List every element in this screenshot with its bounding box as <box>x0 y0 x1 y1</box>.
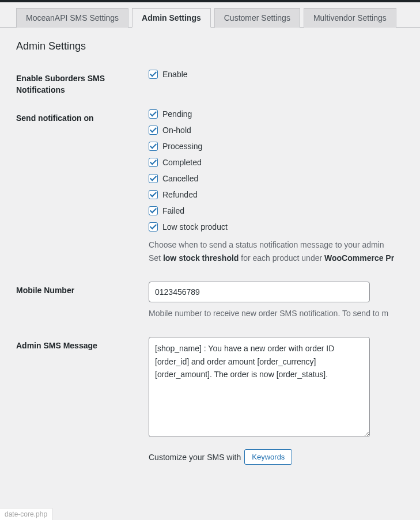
notify-cancelled-checkbox[interactable] <box>149 174 158 183</box>
page-title: Admin Settings <box>16 40 420 52</box>
mobile-number-description: Mobile number to receive new order SMS n… <box>149 307 420 320</box>
notify-pending-label: Pending <box>162 109 192 119</box>
notify-onhold-label: On-hold <box>162 126 191 135</box>
enable-suborders-checkbox[interactable] <box>149 70 158 79</box>
notify-pending-checkbox[interactable] <box>149 109 158 119</box>
admin-sms-message-textarea[interactable] <box>149 337 370 437</box>
notify-failed-checkbox[interactable] <box>149 206 158 215</box>
mobile-number-input[interactable] <box>149 282 370 302</box>
mobile-number-label: Mobile Number <box>16 282 149 297</box>
notify-cancelled-label: Cancelled <box>162 174 198 183</box>
notify-completed-label: Completed <box>162 158 202 167</box>
tab-admin-settings[interactable]: Admin Settings <box>132 8 211 28</box>
enable-suborders-option-label: Enable <box>162 70 188 79</box>
admin-sms-message-label: Admin SMS Message <box>16 337 149 352</box>
browser-status-path: date-core.php <box>0 508 52 520</box>
send-notification-description: Choose when to send a status notificatio… <box>149 238 420 264</box>
notify-lowstock-checkbox[interactable] <box>149 222 158 231</box>
notify-failed-label: Failed <box>162 206 184 215</box>
settings-tabs: MoceanAPI SMS Settings Admin Settings Cu… <box>0 2 420 28</box>
send-notification-label: Send notification on <box>16 109 149 124</box>
notify-processing-label: Processing <box>162 142 202 151</box>
notify-lowstock-label: Low stock product <box>162 222 228 231</box>
notify-refunded-label: Refunded <box>162 190 198 199</box>
tab-customer-settings[interactable]: Customer Settings <box>214 8 300 28</box>
enable-suborders-label: Enable Suborders SMS Notifications <box>16 70 149 96</box>
notify-onhold-checkbox[interactable] <box>149 126 158 135</box>
notify-completed-checkbox[interactable] <box>149 158 158 167</box>
tab-mocean-sms-settings[interactable]: MoceanAPI SMS Settings <box>16 8 128 28</box>
notify-processing-checkbox[interactable] <box>149 142 158 151</box>
notify-refunded-checkbox[interactable] <box>149 190 158 199</box>
tab-multivendor-settings[interactable]: Multivendor Settings <box>304 8 396 28</box>
keywords-button[interactable]: Keywords <box>244 449 292 465</box>
customize-sms-prefix: Customize your SMS with <box>149 453 241 462</box>
